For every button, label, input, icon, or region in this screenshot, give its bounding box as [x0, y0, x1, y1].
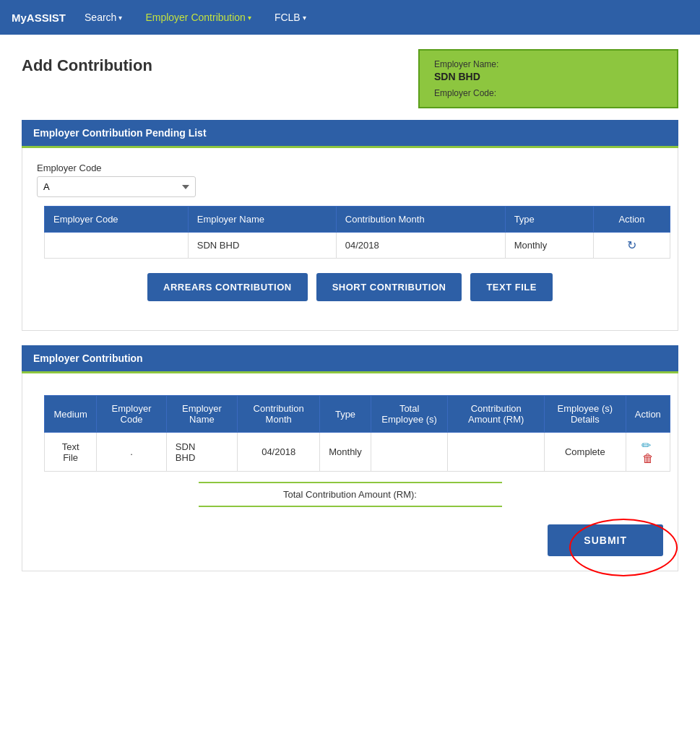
cell2-employer-code: . [97, 433, 167, 472]
total-row: Total Contribution Amount (RM): [30, 479, 670, 510]
total-label: Total Contribution Amount (RM): [283, 486, 417, 503]
text-file-button[interactable]: TEXT FILE [470, 273, 553, 301]
col-type: Type [505, 207, 593, 233]
cell2-action: ✏ 🗑 [626, 433, 670, 472]
col2-contribution-amount: Contribution Amount (RM) [448, 396, 545, 433]
refresh-icon[interactable]: ↻ [627, 239, 636, 251]
employer-code-form-label: Employer Code [37, 163, 663, 173]
col-action: Action [593, 207, 670, 233]
contribution-table: Medium Employer Code Employer Name Contr… [44, 395, 670, 472]
pending-section-body: Employer Code A Employer Code Employer N… [22, 148, 678, 331]
cell-action: ↻ [593, 233, 670, 259]
col2-employer-code: Employer Code [97, 396, 167, 433]
cell2-type: Monthly [320, 433, 371, 472]
pending-table: Employer Code Employer Name Contribution… [44, 206, 670, 259]
contribution-section: Employer Contribution Medium Employer Co… [22, 345, 678, 571]
total-line-bottom [199, 506, 502, 507]
brand-logo: MyASSIST [12, 12, 66, 24]
pending-section-header: Employer Contribution Pending List [22, 120, 678, 148]
employer-code-form-group: Employer Code A [30, 163, 670, 197]
header-area: Add Contribution Employer Name: SDN BHD … [22, 49, 678, 108]
arrears-contribution-button[interactable]: ARREARS CONTRIBUTION [147, 273, 308, 301]
contribution-section-header: Employer Contribution [22, 345, 678, 373]
col2-employer-name: Employer Name [166, 396, 237, 433]
action-buttons-row: ARREARS CONTRIBUTION SHORT CONTRIBUTION … [30, 273, 670, 301]
edit-icon[interactable]: ✏ [641, 439, 651, 451]
col2-medium: Medium [45, 396, 97, 433]
navbar: MyASSIST Search ▾ Employer Contribution … [0, 0, 700, 35]
page-content: Add Contribution Employer Name: SDN BHD … [0, 35, 700, 731]
col2-employee-details: Employee (s) Details [545, 396, 626, 433]
col2-type: Type [320, 396, 371, 433]
nav-search[interactable]: Search ▾ [80, 1, 126, 33]
cell-type: Monthly [505, 233, 593, 259]
employer-code-select[interactable]: A [37, 176, 196, 197]
cell2-contribution-amount [448, 433, 545, 472]
delete-icon[interactable]: 🗑 [642, 452, 654, 464]
col2-action: Action [626, 396, 670, 433]
employer-contribution-dropdown-arrow: ▾ [248, 14, 251, 22]
search-dropdown-arrow: ▾ [118, 14, 122, 22]
col2-contribution-month: Contribution Month [238, 396, 320, 433]
pending-table-wrapper: Employer Code Employer Name Contribution… [30, 206, 670, 259]
cell-employer-name: SDN BHD [188, 233, 336, 259]
col-employer-code: Employer Code [45, 207, 189, 233]
employer-code-label: Employer Code: [434, 88, 662, 98]
total-line-top [199, 482, 502, 483]
cell-contribution-month: 04/2018 [336, 233, 505, 259]
table-row: SDN BHD 04/2018 Monthly ↻ [45, 233, 670, 259]
nav-employer-contribution[interactable]: Employer Contribution ▾ [141, 1, 256, 33]
cell2-employee-details: Complete [545, 433, 626, 472]
table-row: Text File . SDNBHD 04/2018 Monthly Compl… [45, 433, 670, 472]
cell-employer-code [45, 233, 189, 259]
contribution-section-body: Medium Employer Code Employer Name Contr… [22, 373, 678, 571]
cell2-medium: Text File [45, 433, 97, 472]
submit-area: SUBMIT [30, 524, 670, 556]
employer-name-label: Employer Name: [434, 59, 662, 69]
pending-table-header-row: Employer Code Employer Name Contribution… [45, 207, 670, 233]
submit-button[interactable]: SUBMIT [548, 524, 663, 556]
pending-table-body: SDN BHD 04/2018 Monthly ↻ [45, 233, 670, 259]
pending-section: Employer Contribution Pending List Emplo… [22, 120, 678, 331]
cell2-contribution-month: 04/2018 [238, 433, 320, 472]
nav-fclb[interactable]: FCLB ▾ [270, 1, 311, 33]
info-box: Employer Name: SDN BHD Employer Code: [418, 49, 678, 108]
contribution-table-head: Medium Employer Code Employer Name Contr… [45, 396, 670, 433]
pending-table-head: Employer Code Employer Name Contribution… [45, 207, 670, 233]
col2-total-employees: Total Employee (s) [371, 396, 448, 433]
short-contribution-button[interactable]: SHORT CONTRIBUTION [316, 273, 462, 301]
col-contribution-month: Contribution Month [336, 207, 505, 233]
contribution-table-wrapper: Medium Employer Code Employer Name Contr… [30, 395, 670, 472]
fclb-dropdown-arrow: ▾ [303, 14, 306, 22]
cell2-employer-name: SDNBHD [166, 433, 237, 472]
contribution-table-body: Text File . SDNBHD 04/2018 Monthly Compl… [45, 433, 670, 472]
employer-name-value: SDN BHD [434, 71, 662, 82]
contribution-header-row: Medium Employer Code Employer Name Contr… [45, 396, 670, 433]
cell2-total-employees [371, 433, 448, 472]
col-employer-name: Employer Name [188, 207, 336, 233]
page-title: Add Contribution [22, 56, 152, 75]
